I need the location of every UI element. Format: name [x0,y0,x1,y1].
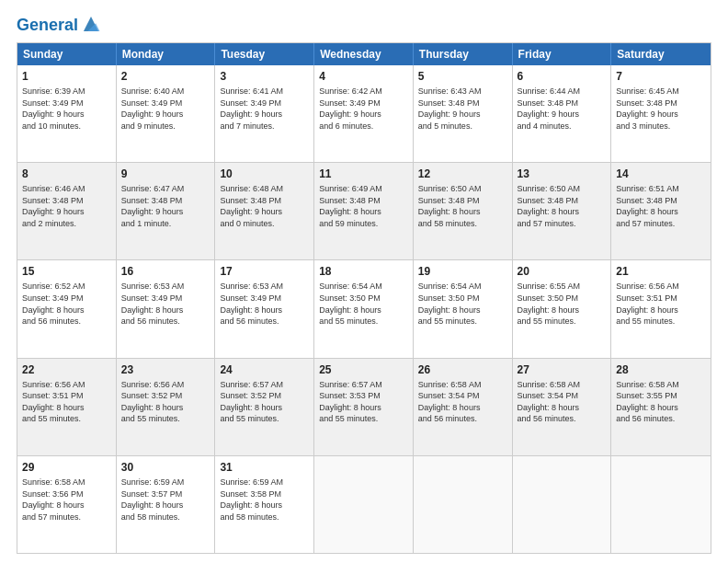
day-number: 12 [418,167,507,181]
calendar-cell [314,456,414,553]
cell-info: Sunrise: 6:57 AMSunset: 3:52 PMDaylight:… [220,379,309,425]
day-number: 25 [319,362,408,377]
cell-info: Sunrise: 6:51 AMSunset: 3:48 PMDaylight:… [616,183,706,229]
calendar-cell: 21Sunrise: 6:56 AMSunset: 3:51 PMDayligh… [611,260,711,357]
cell-info: Sunrise: 6:54 AMSunset: 3:50 PMDaylight:… [319,281,408,327]
calendar-cell: 24Sunrise: 6:57 AMSunset: 3:52 PMDayligh… [215,359,314,455]
day-number: 19 [418,264,507,279]
calendar-body: 1Sunrise: 6:39 AMSunset: 3:49 PMDaylight… [17,65,711,553]
day-number: 8 [22,167,111,181]
calendar-cell [513,456,612,553]
day-number: 17 [220,264,309,279]
day-number: 10 [220,167,309,181]
cell-info: Sunrise: 6:53 AMSunset: 3:49 PMDaylight:… [220,281,309,327]
calendar-cell: 26Sunrise: 6:58 AMSunset: 3:54 PMDayligh… [414,359,513,455]
day-number: 21 [616,264,706,279]
calendar-row-2: 8Sunrise: 6:46 AMSunset: 3:48 PMDaylight… [17,162,711,259]
cell-info: Sunrise: 6:56 AMSunset: 3:51 PMDaylight:… [22,379,111,425]
calendar-cell: 18Sunrise: 6:54 AMSunset: 3:50 PMDayligh… [314,260,414,357]
day-number: 27 [518,362,607,377]
calendar-cell: 9Sunrise: 6:47 AMSunset: 3:48 PMDaylight… [117,163,216,259]
cell-info: Sunrise: 6:44 AMSunset: 3:48 PMDaylight:… [518,86,607,132]
day-number: 4 [319,69,408,84]
header-day-monday: Monday [117,43,216,65]
cell-info: Sunrise: 6:56 AMSunset: 3:52 PMDaylight:… [121,379,210,425]
header-day-saturday: Saturday [611,43,711,65]
calendar-cell: 3Sunrise: 6:41 AMSunset: 3:49 PMDaylight… [215,65,314,162]
cell-info: Sunrise: 6:45 AMSunset: 3:48 PMDaylight:… [616,86,706,132]
day-number: 31 [220,460,309,475]
day-number: 7 [616,69,706,84]
calendar-cell: 6Sunrise: 6:44 AMSunset: 3:48 PMDaylight… [513,65,612,162]
calendar-cell: 11Sunrise: 6:49 AMSunset: 3:48 PMDayligh… [314,163,414,259]
header: General [17,17,711,33]
calendar-header: SundayMondayTuesdayWednesdayThursdayFrid… [17,43,711,65]
cell-info: Sunrise: 6:47 AMSunset: 3:48 PMDaylight:… [121,183,210,229]
calendar-cell: 2Sunrise: 6:40 AMSunset: 3:49 PMDaylight… [117,65,216,162]
calendar-cell: 25Sunrise: 6:57 AMSunset: 3:53 PMDayligh… [314,359,414,455]
cell-info: Sunrise: 6:48 AMSunset: 3:48 PMDaylight:… [220,183,309,229]
page: General SundayMondayTuesdayWednesdayThur… [0,0,728,563]
day-number: 2 [121,69,210,84]
day-number: 11 [319,167,408,181]
calendar-cell: 7Sunrise: 6:45 AMSunset: 3:48 PMDaylight… [611,65,711,162]
header-day-friday: Friday [513,43,612,65]
cell-info: Sunrise: 6:59 AMSunset: 3:57 PMDaylight:… [121,477,210,523]
calendar-cell: 31Sunrise: 6:59 AMSunset: 3:58 PMDayligh… [215,456,314,553]
calendar-cell [414,456,513,553]
logo-icon [81,14,101,34]
day-number: 15 [22,264,111,279]
header-day-sunday: Sunday [17,43,117,65]
cell-info: Sunrise: 6:52 AMSunset: 3:49 PMDaylight:… [22,281,111,327]
cell-info: Sunrise: 6:50 AMSunset: 3:48 PMDaylight:… [518,183,607,229]
calendar-cell: 29Sunrise: 6:58 AMSunset: 3:56 PMDayligh… [17,456,117,553]
calendar-cell: 8Sunrise: 6:46 AMSunset: 3:48 PMDaylight… [17,163,117,259]
cell-info: Sunrise: 6:53 AMSunset: 3:49 PMDaylight:… [121,281,210,327]
calendar-row-3: 15Sunrise: 6:52 AMSunset: 3:49 PMDayligh… [17,259,711,357]
header-day-tuesday: Tuesday [215,43,314,65]
calendar-cell: 12Sunrise: 6:50 AMSunset: 3:48 PMDayligh… [414,163,513,259]
cell-info: Sunrise: 6:54 AMSunset: 3:50 PMDaylight:… [418,281,507,327]
day-number: 14 [616,167,706,181]
cell-info: Sunrise: 6:58 AMSunset: 3:54 PMDaylight:… [518,379,607,425]
calendar-cell: 22Sunrise: 6:56 AMSunset: 3:51 PMDayligh… [17,359,117,455]
day-number: 24 [220,362,309,377]
calendar-row-5: 29Sunrise: 6:58 AMSunset: 3:56 PMDayligh… [17,455,711,553]
day-number: 6 [518,69,607,84]
calendar-cell: 15Sunrise: 6:52 AMSunset: 3:49 PMDayligh… [17,260,117,357]
calendar-row-1: 1Sunrise: 6:39 AMSunset: 3:49 PMDaylight… [17,65,711,162]
cell-info: Sunrise: 6:41 AMSunset: 3:49 PMDaylight:… [220,86,309,132]
cell-info: Sunrise: 6:59 AMSunset: 3:58 PMDaylight:… [220,477,309,523]
calendar-cell: 14Sunrise: 6:51 AMSunset: 3:48 PMDayligh… [611,163,711,259]
day-number: 1 [22,69,111,84]
calendar-row-4: 22Sunrise: 6:56 AMSunset: 3:51 PMDayligh… [17,358,711,455]
cell-info: Sunrise: 6:58 AMSunset: 3:55 PMDaylight:… [616,379,706,425]
day-number: 20 [518,264,607,279]
day-number: 9 [121,167,210,181]
day-number: 28 [616,362,706,377]
calendar-cell: 23Sunrise: 6:56 AMSunset: 3:52 PMDayligh… [117,359,216,455]
header-day-thursday: Thursday [414,43,513,65]
day-number: 22 [22,362,111,377]
day-number: 26 [418,362,507,377]
calendar-cell: 19Sunrise: 6:54 AMSunset: 3:50 PMDayligh… [414,260,513,357]
cell-info: Sunrise: 6:40 AMSunset: 3:49 PMDaylight:… [121,86,210,132]
calendar-cell: 30Sunrise: 6:59 AMSunset: 3:57 PMDayligh… [117,456,216,553]
calendar-cell: 17Sunrise: 6:53 AMSunset: 3:49 PMDayligh… [215,260,314,357]
cell-info: Sunrise: 6:42 AMSunset: 3:49 PMDaylight:… [319,86,408,132]
cell-info: Sunrise: 6:56 AMSunset: 3:51 PMDaylight:… [616,281,706,327]
cell-info: Sunrise: 6:43 AMSunset: 3:48 PMDaylight:… [418,86,507,132]
cell-info: Sunrise: 6:49 AMSunset: 3:48 PMDaylight:… [319,183,408,229]
logo-text: General [17,17,78,35]
day-number: 29 [22,460,111,475]
cell-info: Sunrise: 6:57 AMSunset: 3:53 PMDaylight:… [319,379,408,425]
cell-info: Sunrise: 6:39 AMSunset: 3:49 PMDaylight:… [22,86,111,132]
calendar: SundayMondayTuesdayWednesdayThursdayFrid… [17,42,711,554]
day-number: 18 [319,264,408,279]
day-number: 16 [121,264,210,279]
day-number: 30 [121,460,210,475]
day-number: 23 [121,362,210,377]
day-number: 13 [518,167,607,181]
cell-info: Sunrise: 6:50 AMSunset: 3:48 PMDaylight:… [418,183,507,229]
cell-info: Sunrise: 6:58 AMSunset: 3:54 PMDaylight:… [418,379,507,425]
